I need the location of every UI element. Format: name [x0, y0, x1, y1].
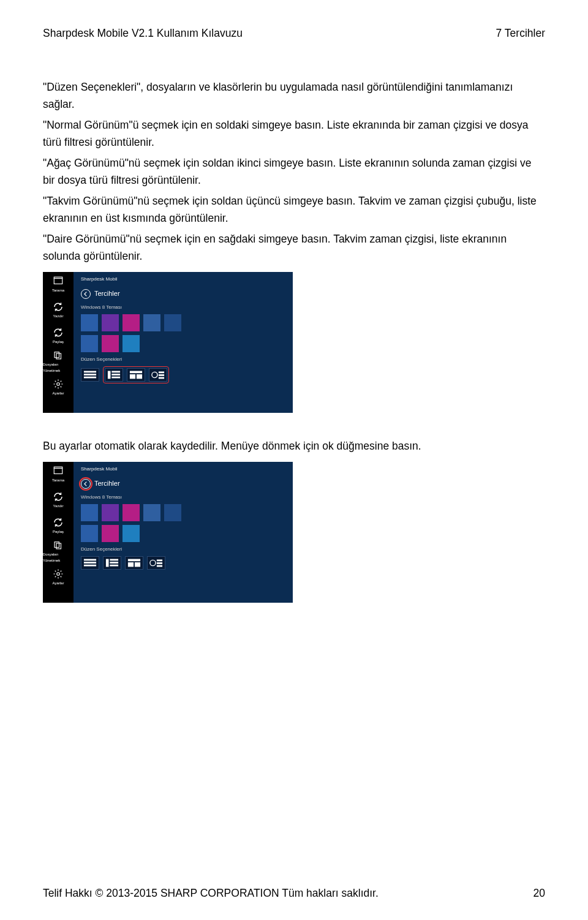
tree-icon — [107, 370, 121, 380]
svg-rect-28 — [110, 559, 118, 561]
theme-section-label: Windows 8 Teması — [81, 304, 285, 312]
sidebar-settings[interactable]: Ayarlar — [43, 565, 74, 590]
theme-swatch[interactable] — [81, 314, 98, 331]
theme-swatch[interactable] — [81, 525, 98, 542]
sidebar-scan[interactable]: Tarama — [43, 462, 74, 488]
svg-rect-27 — [106, 559, 109, 567]
ss-titlebar: Tercihler — [81, 288, 285, 300]
body-content: "Düzen Seçenekleri", dosyaların ve klasö… — [43, 78, 545, 603]
back-button-highlighted[interactable] — [81, 479, 91, 489]
refresh-icon — [53, 301, 64, 312]
sidebar-label: Ayarlar — [53, 581, 64, 587]
circle-icon — [149, 558, 163, 568]
svg-rect-32 — [128, 562, 134, 567]
sidebar-label: Dosyaları Yönetimek — [43, 362, 74, 374]
paragraph-5: "Daire Görünümü"nü seçmek için en sağdak… — [43, 230, 545, 265]
layout-calendar[interactable] — [127, 368, 145, 382]
svg-rect-20 — [54, 467, 62, 468]
layout-calendar[interactable] — [125, 556, 143, 570]
sidebar-print[interactable]: Yazdır — [43, 488, 74, 513]
svg-point-34 — [150, 560, 156, 565]
theme-swatch[interactable] — [123, 525, 140, 542]
theme-swatch[interactable] — [81, 335, 98, 352]
circle-icon — [151, 370, 165, 380]
svg-point-4 — [57, 383, 60, 386]
theme-swatch[interactable] — [102, 525, 119, 542]
sidebar-label: Tarama — [52, 288, 64, 294]
theme-swatch[interactable] — [102, 504, 119, 521]
sidebar-files[interactable]: Dosyaları Yönetimek — [43, 539, 74, 565]
ss-appname: Sharpdesk Mobil — [81, 276, 285, 284]
paragraph-3: "Ağaç Görünümü"nü seçmek için soldan iki… — [43, 154, 545, 189]
footer-copyright: Telif Hakkı © 2013-2015 SHARP CORPORATIO… — [43, 884, 379, 902]
page-footer: Telif Hakkı © 2013-2015 SHARP CORPORATIO… — [43, 884, 545, 902]
svg-rect-10 — [111, 374, 120, 375]
theme-swatch[interactable] — [164, 314, 181, 331]
svg-point-15 — [152, 372, 157, 377]
svg-rect-7 — [84, 377, 96, 379]
svg-rect-21 — [55, 542, 59, 548]
layout-circle[interactable] — [147, 556, 165, 570]
files-icon — [53, 540, 64, 551]
svg-rect-18 — [159, 377, 164, 379]
theme-swatch[interactable] — [123, 314, 140, 331]
sidebar-print[interactable]: Yazdır — [43, 298, 74, 323]
share-icon — [53, 517, 64, 528]
layout-normal[interactable] — [81, 556, 99, 570]
theme-swatch[interactable] — [102, 314, 119, 331]
files-icon — [53, 350, 64, 361]
svg-rect-13 — [130, 374, 135, 379]
paragraph-6: Bu ayarlar otomatik olarak kaydedilir. M… — [43, 437, 545, 454]
layout-tree[interactable] — [105, 368, 123, 382]
theme-swatch[interactable] — [102, 335, 119, 352]
svg-rect-2 — [55, 352, 59, 358]
sidebar-files[interactable]: Dosyaları Yönetimek — [43, 349, 74, 375]
svg-rect-19 — [54, 469, 62, 474]
sidebar-label: Yazdır — [53, 503, 64, 510]
layout-circle[interactable] — [149, 368, 167, 382]
ss-title: Tercihler — [94, 288, 120, 300]
theme-swatches-row2 — [81, 335, 285, 352]
layout-normal[interactable] — [81, 368, 99, 382]
theme-swatches-row1 — [81, 504, 285, 521]
sidebar-share[interactable]: Paylaş — [43, 513, 74, 539]
ss-titlebar: Tercihler — [81, 478, 285, 489]
ss-main: Sharpdesk Mobil Tercihler Windows 8 Tema… — [74, 272, 293, 413]
sidebar-scan[interactable]: Tarama — [43, 272, 74, 298]
theme-swatch[interactable] — [164, 504, 181, 521]
list-icon — [83, 370, 97, 380]
theme-swatches-row2 — [81, 525, 285, 542]
theme-swatch[interactable] — [123, 335, 140, 352]
ss-appname: Sharpdesk Mobil — [81, 466, 285, 473]
back-button[interactable] — [81, 289, 91, 299]
ss-title: Tercihler — [94, 478, 120, 489]
layout-highlight-group — [103, 366, 169, 383]
theme-section-label: Windows 8 Teması — [81, 494, 285, 502]
svg-rect-11 — [111, 377, 120, 379]
tree-icon — [105, 558, 119, 568]
svg-rect-17 — [159, 374, 164, 376]
theme-swatch[interactable] — [81, 504, 98, 521]
svg-rect-9 — [111, 371, 120, 373]
svg-rect-5 — [84, 371, 96, 373]
svg-rect-24 — [84, 559, 96, 561]
theme-swatch[interactable] — [143, 504, 160, 521]
sidebar-label: Dosyaları Yönetimek — [43, 552, 74, 564]
layout-tree[interactable] — [103, 556, 121, 570]
screenshot-preferences-1: Tarama Yazdır Paylaş Dosyaları Yönetimek… — [43, 272, 293, 413]
sidebar-share[interactable]: Paylaş — [43, 323, 74, 349]
share-icon — [53, 327, 64, 338]
sidebar-settings[interactable]: Ayarlar — [43, 375, 74, 401]
layout-options — [81, 366, 285, 383]
sidebar-label: Paylaş — [53, 339, 64, 345]
svg-rect-12 — [130, 371, 142, 374]
theme-swatch[interactable] — [123, 504, 140, 521]
svg-rect-29 — [110, 562, 118, 564]
svg-rect-25 — [84, 562, 96, 564]
svg-rect-35 — [157, 559, 162, 561]
theme-swatch[interactable] — [143, 314, 160, 331]
refresh-icon — [53, 491, 64, 502]
svg-rect-33 — [135, 562, 140, 567]
sidebar-label: Ayarlar — [53, 391, 64, 397]
layout-section-label: Düzen Seçenekleri — [81, 546, 285, 554]
